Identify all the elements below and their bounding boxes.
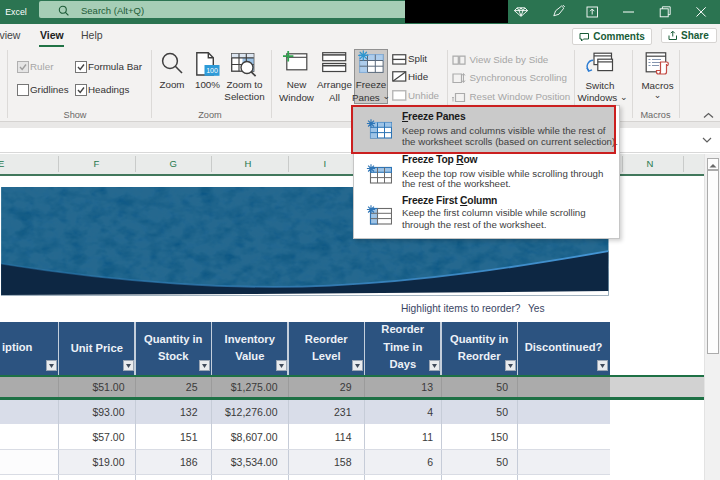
svg-text:100: 100	[206, 67, 218, 74]
